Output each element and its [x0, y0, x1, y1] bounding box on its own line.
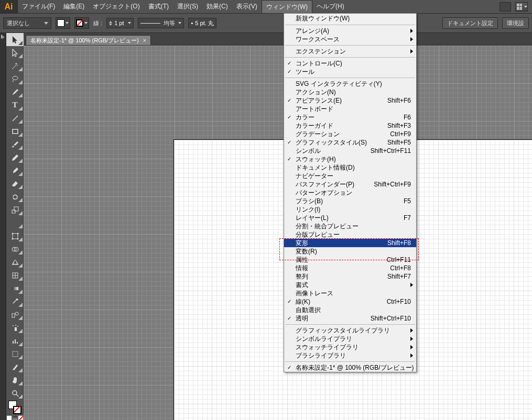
menu-item-45[interactable]: ✓名称未設定-1* @ 100% (RGB/プレビュー)	[284, 363, 416, 372]
svg-point-7	[12, 233, 13, 234]
symbol-sprayer-tool[interactable]	[6, 321, 24, 334]
svg-rect-17	[15, 327, 17, 331]
mesh-tool[interactable]	[6, 269, 24, 282]
free-transform-tool[interactable]	[6, 229, 24, 242]
menu-item-29[interactable]: 変形Shift+F8	[284, 239, 416, 247]
menu-item-16[interactable]: グラデーションCtrl+F9	[284, 130, 416, 138]
menu-選択[interactable]: 選択(S)	[173, 0, 202, 13]
menu-item-19[interactable]: ✓スウォッチ(H)	[284, 155, 416, 163]
document-tab[interactable]: 名称未設定-1* @ 100% (RGB/プレビュー) ×	[26, 35, 151, 45]
menu-表示[interactable]: 表示(V)	[232, 0, 262, 13]
preferences-button[interactable]: 環境設	[502, 17, 529, 29]
menu-item-33[interactable]: 整列Shift+F7	[284, 272, 416, 281]
menu-item-17[interactable]: ✓グラフィックスタイル(S)Shift+F5	[284, 138, 416, 147]
menu-item-10[interactable]: SVG インタラクティビティ(Y)	[284, 80, 416, 88]
bridge-button[interactable]	[500, 2, 511, 12]
menu-オブジェクト[interactable]: オブジェクト(O)	[89, 0, 144, 13]
menu-書式[interactable]: 書式(T)	[144, 0, 173, 13]
variable-width-profile[interactable]: 均等	[138, 18, 184, 28]
menu-item-30[interactable]: 変数(R)	[284, 247, 416, 256]
direct-selection-tool[interactable]	[6, 46, 24, 59]
arrange-docs-button[interactable]	[515, 2, 528, 12]
menu-item-23[interactable]: パターンオプション	[284, 189, 416, 197]
menu-item-14[interactable]: ✓カラーF6	[284, 113, 416, 121]
svg-point-16	[15, 312, 18, 315]
menu-item-27[interactable]: 分割・統合プレビュー	[284, 222, 416, 230]
eraser-tool[interactable]	[6, 177, 24, 190]
menu-item-0[interactable]: 新規ウィンドウ(W)	[284, 14, 416, 23]
menu-item-5[interactable]: エクステンション	[284, 47, 416, 56]
canvas[interactable]	[24, 46, 532, 420]
color-mode-row[interactable]	[6, 415, 24, 420]
scale-tool[interactable]	[6, 203, 24, 216]
brush-definition[interactable]: •5 pt. 丸	[188, 18, 216, 28]
svg-rect-3	[13, 129, 18, 134]
shape-builder-tool[interactable]	[6, 242, 24, 256]
menu-item-24[interactable]: ブラシ(B)F5	[284, 197, 416, 205]
hand-tool[interactable]	[6, 373, 24, 386]
svg-line-26	[16, 394, 18, 396]
line-tool[interactable]	[6, 112, 24, 125]
menu-item-11[interactable]: アクション(N)	[284, 88, 416, 96]
menu-item-35[interactable]: 画像トレース	[284, 289, 416, 297]
menu-item-43[interactable]: ブラシライブラリ	[284, 351, 416, 360]
menu-item-15[interactable]: カラーガイドShift+F3	[284, 121, 416, 130]
menu-編集[interactable]: 編集(E)	[59, 0, 89, 13]
type-tool[interactable]: T	[6, 98, 24, 112]
menu-item-20[interactable]: ドキュメント情報(D)	[284, 163, 416, 172]
menu-item-22[interactable]: パスファインダー(P)Shift+Ctrl+F9	[284, 180, 416, 189]
blend-tool[interactable]	[6, 308, 24, 321]
menu-item-12[interactable]: ✓アピアランス(E)Shift+F6	[284, 96, 416, 105]
svg-rect-23	[17, 342, 18, 344]
selection-indicator[interactable]: 選択なし	[3, 17, 51, 29]
menu-item-8[interactable]: ✓ツール	[284, 68, 416, 76]
menu-item-25[interactable]: リンク(I)	[284, 205, 416, 214]
menu-ファイル[interactable]: ファイル(F)	[18, 0, 59, 13]
close-icon[interactable]: ×	[143, 37, 146, 43]
lasso-tool[interactable]	[6, 72, 24, 85]
pencil-tool[interactable]	[6, 151, 24, 164]
rectangle-tool[interactable]	[6, 125, 24, 138]
blob-brush-tool[interactable]	[6, 164, 24, 177]
menu-item-3[interactable]: ワークスペース	[284, 35, 416, 43]
menu-item-42[interactable]: スウォッチライブラリ	[284, 343, 416, 351]
pen-tool[interactable]	[6, 85, 24, 98]
menu-item-7[interactable]: ✓コントロール(C)	[284, 59, 416, 68]
menu-item-26[interactable]: レイヤー(L)F7	[284, 214, 416, 222]
menu-item-37[interactable]: 自動選択	[284, 306, 416, 314]
selection-tool[interactable]	[6, 33, 24, 46]
window-menu-dropdown[interactable]: 新規ウィンドウ(W)アレンジ(A)ワークスペースエクステンション✓コントロール(…	[284, 13, 417, 372]
stroke-weight-field[interactable]: 1 pt	[106, 18, 134, 28]
artboard-tool[interactable]	[6, 347, 24, 360]
menu-item-36[interactable]: ✓線(K)Ctrl+F10	[284, 297, 416, 306]
menu-ウィンドウ[interactable]: ウィンドウ(W)	[262, 0, 312, 13]
doc-setup-button[interactable]: ドキュメント設定	[442, 17, 498, 29]
menu-item-38[interactable]: ✓透明Shift+Ctrl+F10	[284, 314, 416, 323]
magic-wand-tool[interactable]	[6, 59, 24, 72]
menu-ヘルプ[interactable]: ヘルプ(H)	[312, 0, 349, 13]
zoom-tool[interactable]	[6, 386, 24, 400]
menu-item-13[interactable]: アートボード	[284, 105, 416, 113]
paintbrush-tool[interactable]	[6, 138, 24, 151]
fill-swatch[interactable]	[56, 17, 70, 29]
menu-item-40[interactable]: グラフィックスタイルライブラリ	[284, 326, 416, 335]
menu-item-18[interactable]: シンボルShift+Ctrl+F11	[284, 147, 416, 155]
menu-item-41[interactable]: シンボルライブラリ	[284, 335, 416, 343]
slice-tool[interactable]	[6, 360, 24, 373]
menu-item-28[interactable]: 分版プレビュー	[284, 230, 416, 239]
column-graph-tool[interactable]	[6, 334, 24, 347]
width-tool[interactable]	[6, 216, 24, 229]
perspective-tool[interactable]	[6, 256, 24, 269]
menu-item-31[interactable]: 属性Ctrl+F11	[284, 256, 416, 264]
gradient-tool[interactable]	[6, 282, 24, 295]
stroke-swatch[interactable]	[74, 17, 89, 29]
menu-item-32[interactable]: 情報Ctrl+F8	[284, 264, 416, 272]
menu-効果[interactable]: 効果(C)	[202, 0, 232, 13]
menu-item-21[interactable]: ナビゲーター	[284, 172, 416, 180]
rotate-tool[interactable]	[6, 190, 24, 203]
panel-expander[interactable]	[0, 33, 6, 420]
menu-item-34[interactable]: 書式	[284, 281, 416, 289]
menu-item-2[interactable]: アレンジ(A)	[284, 27, 416, 35]
eyedropper-tool[interactable]	[6, 295, 24, 308]
fill-stroke-swatch[interactable]	[6, 400, 24, 415]
